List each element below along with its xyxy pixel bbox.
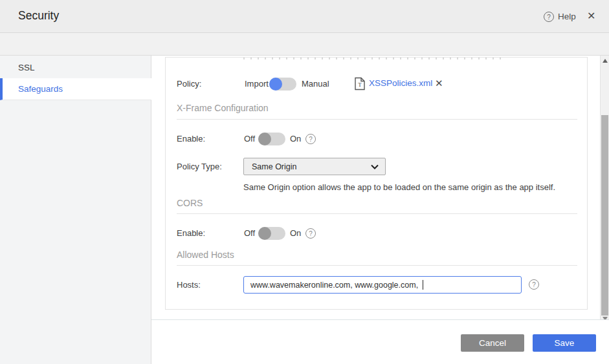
xml-file-icon: T <box>354 77 366 91</box>
hosts-help-icon[interactable]: ? <box>529 279 539 290</box>
hosts-input-value: www.wavemakeronline.com, www.google.com, <box>250 281 421 290</box>
cors-on-label: On <box>290 228 301 238</box>
toggle-knob <box>269 78 282 91</box>
close-icon[interactable]: ✕ <box>587 10 595 22</box>
hosts-input[interactable]: www.wavemakeronline.com, www.google.com, <box>243 276 522 294</box>
xframe-enable-label: Enable: <box>177 134 205 144</box>
help-icon[interactable]: ? <box>544 12 554 22</box>
policy-type-label: Policy Type: <box>177 162 222 171</box>
tab-bar: General Authentication & Authorization <box>0 33 609 56</box>
sidebar-item-ssl[interactable]: SSL <box>0 57 151 79</box>
help-link[interactable]: Help <box>558 12 576 21</box>
cors-enable-label: Enable: <box>177 228 205 238</box>
toggle-knob <box>258 133 271 145</box>
divider <box>177 213 577 214</box>
chevron-down-icon <box>371 164 379 169</box>
cors-enable-help-icon[interactable]: ? <box>305 228 316 239</box>
section-title-cors: CORS <box>177 198 203 208</box>
vertical-scrollbar[interactable] <box>600 56 609 325</box>
sidebar-item-safeguards[interactable]: Safeguards <box>0 78 151 100</box>
cors-enable-toggle[interactable] <box>258 227 285 240</box>
policy-type-description: Same Origin option allows the app to be … <box>243 182 555 192</box>
policy-import-manual-toggle[interactable] <box>269 78 296 91</box>
cancel-button[interactable]: Cancel <box>461 334 524 352</box>
policy-type-selected-value: Same Origin <box>252 162 371 171</box>
policy-import-label: Import <box>245 79 269 89</box>
divider <box>177 265 577 266</box>
clipped-scrolled-row <box>243 58 502 59</box>
xframe-on-label: On <box>290 134 301 144</box>
xframe-enable-toggle[interactable] <box>258 133 285 145</box>
remove-file-icon[interactable]: ✕ <box>435 78 443 89</box>
svg-text:T: T <box>358 81 362 88</box>
toggle-knob <box>258 227 271 240</box>
safeguards-form-panel: Policy: Import Manual T XSSPolicies.xml … <box>165 57 588 310</box>
policy-type-select[interactable]: Same Origin <box>243 158 386 175</box>
cors-off-label: Off <box>244 228 255 238</box>
divider <box>177 119 577 120</box>
scrollbar-thumb[interactable] <box>601 115 608 316</box>
sidebar: SSL Safeguards <box>0 56 151 364</box>
policy-manual-label: Manual <box>302 79 329 89</box>
scroll-up-icon[interactable] <box>603 59 608 63</box>
page-title: Security <box>18 9 59 23</box>
policy-label: Policy: <box>177 79 201 89</box>
xframe-off-label: Off <box>244 134 255 144</box>
footer-bar: Cancel Save <box>151 319 609 364</box>
save-button[interactable]: Save <box>533 334 596 352</box>
app-header: Security ? Help ✕ <box>0 0 609 33</box>
xframe-enable-help-icon[interactable]: ? <box>305 134 316 144</box>
hosts-label: Hosts: <box>177 280 201 290</box>
text-caret <box>423 280 423 290</box>
xss-policies-file-link[interactable]: XSSPolicies.xml <box>369 78 432 88</box>
section-title-xframe: X-Frame Configuration <box>177 103 269 113</box>
section-title-allowed-hosts: Allowed Hosts <box>177 250 234 260</box>
